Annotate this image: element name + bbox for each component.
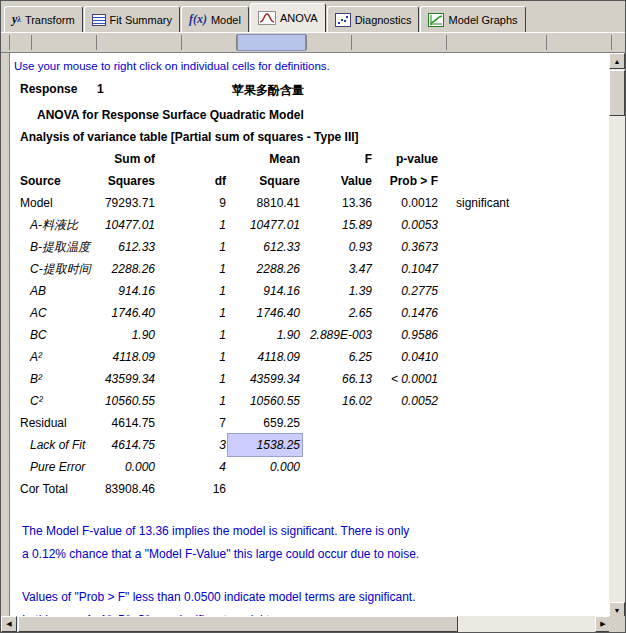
- tab-anova[interactable]: ANOVA: [250, 3, 326, 32]
- tab-model-graphs[interactable]: Model Graphs: [420, 6, 525, 32]
- cell-df[interactable]: 7: [157, 412, 228, 434]
- tab-transform[interactable]: yλ Transform: [4, 6, 83, 32]
- cell-df[interactable]: 1: [157, 390, 228, 412]
- cell-sum-of-squares[interactable]: 914.16: [102, 280, 157, 302]
- cell-f-value[interactable]: [302, 478, 374, 500]
- cell-source[interactable]: C²: [10, 390, 102, 412]
- cell-p-value[interactable]: 0.0012: [374, 192, 440, 214]
- column-divider: [611, 35, 612, 50]
- cell-source[interactable]: A²: [10, 346, 102, 368]
- table-row: Pure Error 0.000 4 0.000: [10, 456, 608, 478]
- cell-f-value[interactable]: [302, 412, 374, 434]
- cell-mean-square[interactable]: 8810.41: [228, 192, 302, 214]
- cell-source[interactable]: Model: [10, 192, 102, 214]
- cell-source[interactable]: AB: [10, 280, 102, 302]
- cell-p-value[interactable]: 0.1476: [374, 302, 440, 324]
- cell-mean-square[interactable]: 4118.09: [228, 346, 302, 368]
- cell-df[interactable]: 3: [157, 434, 228, 456]
- cell-df[interactable]: 1: [157, 368, 228, 390]
- cell-source[interactable]: A-料液比: [10, 214, 102, 236]
- cell-df[interactable]: 16: [157, 478, 228, 500]
- cell-sum-of-squares[interactable]: 2288.26: [102, 258, 157, 280]
- cell-p-value[interactable]: 0.1047: [374, 258, 440, 280]
- cell-source[interactable]: B-提取温度: [10, 236, 102, 258]
- cell-df[interactable]: 9: [157, 192, 228, 214]
- table-row: Lack of Fit 4614.75 3 1538.25: [10, 434, 608, 456]
- cell-source[interactable]: Pure Error: [10, 456, 102, 478]
- cell-df[interactable]: 1: [157, 214, 228, 236]
- cell-df[interactable]: 1: [157, 280, 228, 302]
- horizontal-scrollbar[interactable]: ◀ ▶: [1, 616, 611, 632]
- scroll-up-button[interactable]: ▲: [609, 53, 625, 69]
- cell-f-value[interactable]: 3.47: [302, 258, 374, 280]
- cell-sum-of-squares[interactable]: 43599.34: [102, 368, 157, 390]
- cell-mean-square[interactable]: 10560.55: [228, 390, 302, 412]
- cell-mean-square[interactable]: 612.33: [228, 236, 302, 258]
- cell-p-value[interactable]: [374, 456, 440, 478]
- cell-mean-square[interactable]: 10477.01: [228, 214, 302, 236]
- cell-f-value[interactable]: 66.13: [302, 368, 374, 390]
- cell-f-value[interactable]: 6.25: [302, 346, 374, 368]
- cell-sum-of-squares[interactable]: 4118.09: [102, 346, 157, 368]
- cell-mean-square[interactable]: 0.000: [228, 456, 302, 478]
- cell-df[interactable]: 1: [157, 258, 228, 280]
- cell-f-value[interactable]: 13.36: [302, 192, 374, 214]
- cell-sum-of-squares[interactable]: 1746.40: [102, 302, 157, 324]
- cell-f-value[interactable]: 1.39: [302, 280, 374, 302]
- cell-source[interactable]: Lack of Fit: [10, 434, 102, 456]
- cell-p-value[interactable]: < 0.0001: [374, 368, 440, 390]
- cell-df[interactable]: 4: [157, 456, 228, 478]
- cell-mean-square[interactable]: 1746.40: [228, 302, 302, 324]
- cell-mean-square[interactable]: 914.16: [228, 280, 302, 302]
- vertical-scrollbar[interactable]: ▲ ▼: [609, 53, 625, 618]
- cell-mean-square[interactable]: 43599.34: [228, 368, 302, 390]
- cell-p-value[interactable]: 0.0052: [374, 390, 440, 412]
- tab-diagnostics[interactable]: Diagnostics: [327, 6, 420, 32]
- cell-sum-of-squares[interactable]: 79293.71: [102, 192, 157, 214]
- cell-source[interactable]: BC: [10, 324, 102, 346]
- cell-f-value[interactable]: [302, 434, 374, 456]
- cell-sum-of-squares[interactable]: 612.33: [102, 236, 157, 258]
- cell-source[interactable]: AC: [10, 302, 102, 324]
- cell-source[interactable]: B²: [10, 368, 102, 390]
- cell-p-value[interactable]: 0.3673: [374, 236, 440, 258]
- cell-f-value[interactable]: 15.89: [302, 214, 374, 236]
- vertical-scrollbar-thumb[interactable]: [609, 70, 625, 116]
- cell-df[interactable]: 1: [157, 236, 228, 258]
- cell-mean-square[interactable]: 2288.26: [228, 258, 302, 280]
- cell-p-value[interactable]: [374, 412, 440, 434]
- scroll-left-button[interactable]: ◀: [1, 616, 17, 632]
- cell-p-value[interactable]: 0.0410: [374, 346, 440, 368]
- cell-f-value[interactable]: 16.02: [302, 390, 374, 412]
- cell-sum-of-squares[interactable]: 10477.01: [102, 214, 157, 236]
- cell-source[interactable]: Cor Total: [10, 478, 102, 500]
- cell-f-value[interactable]: 0.93: [302, 236, 374, 258]
- cell-mean-square[interactable]: 659.25: [228, 412, 302, 434]
- cell-sum-of-squares[interactable]: 0.000: [102, 456, 157, 478]
- cell-df[interactable]: 1: [157, 324, 228, 346]
- cell-source[interactable]: Residual: [10, 412, 102, 434]
- cell-mean-square[interactable]: 1.90: [228, 324, 302, 346]
- cell-f-value[interactable]: [302, 456, 374, 478]
- cell-p-value[interactable]: [374, 478, 440, 500]
- horizontal-scrollbar-thumb[interactable]: [18, 616, 458, 632]
- cell-p-value[interactable]: [374, 434, 440, 456]
- cell-df[interactable]: 1: [157, 302, 228, 324]
- cell-f-value[interactable]: 2.889E-003: [302, 324, 374, 346]
- cell-f-value[interactable]: 2.65: [302, 302, 374, 324]
- cell-sum-of-squares[interactable]: 83908.46: [102, 478, 157, 500]
- cell-sum-of-squares[interactable]: 4614.75: [102, 434, 157, 456]
- tab-fit-summary[interactable]: Fit Summary: [84, 6, 180, 32]
- tab-model[interactable]: f(x) Model: [181, 6, 249, 32]
- cell-sum-of-squares[interactable]: 4614.75: [102, 412, 157, 434]
- cell-p-value[interactable]: 0.0053: [374, 214, 440, 236]
- cell-p-value[interactable]: 0.2775: [374, 280, 440, 302]
- cell-sum-of-squares[interactable]: 10560.55: [102, 390, 157, 412]
- cell-p-value[interactable]: 0.9586: [374, 324, 440, 346]
- selected-column-header[interactable]: [237, 34, 306, 51]
- cell-mean-square[interactable]: 1538.25: [228, 434, 302, 456]
- cell-mean-square[interactable]: [228, 478, 302, 500]
- cell-df[interactable]: 1: [157, 346, 228, 368]
- cell-source[interactable]: C-提取时间: [10, 258, 102, 280]
- cell-sum-of-squares[interactable]: 1.90: [102, 324, 157, 346]
